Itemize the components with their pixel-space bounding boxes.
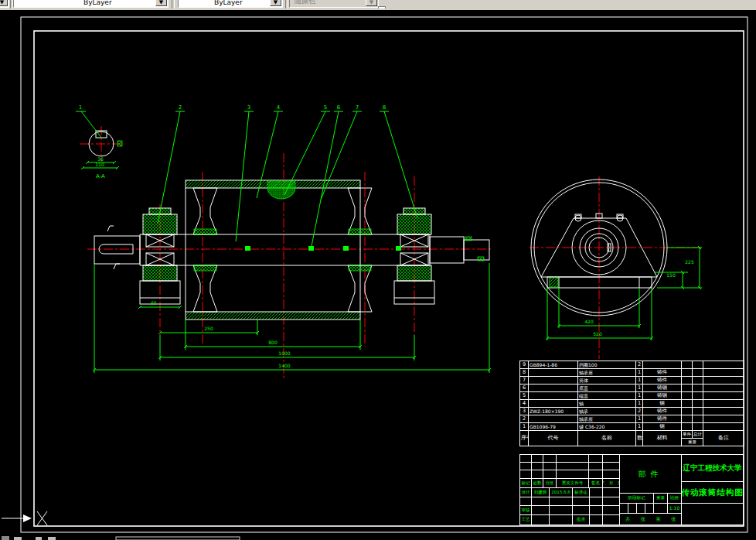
chevron-down-icon[interactable]: ▼ — [155, 0, 167, 6]
bom-header-total: 总计 — [693, 431, 703, 439]
bom-cell: 1 — [636, 400, 643, 408]
bom-cell: 挡圈100 — [578, 361, 636, 369]
bom-cell: 钢 — [643, 400, 682, 408]
detail-view: 36 110 A-A 1 — [76, 104, 124, 179]
bom-cell — [703, 384, 744, 392]
bom-cell: ZWZ-180×190 — [529, 408, 578, 415]
tb-sheets-total: 共 — [625, 517, 630, 521]
bom-cell: 1 — [636, 384, 643, 392]
bom-cell — [693, 408, 703, 415]
bom-cell — [643, 361, 682, 369]
detail-dim-outer: 110 — [95, 162, 104, 167]
bom-cell: 轴承座 — [578, 415, 636, 423]
lineweight-combo[interactable]: ByLayer ▼ — [178, 0, 283, 8]
tb-part-type: 部件 — [619, 454, 682, 494]
dim-base-height: 150 — [666, 272, 676, 278]
bom-cell — [693, 384, 703, 392]
bom-cell — [703, 369, 744, 377]
tb-cell — [602, 514, 620, 525]
tb-label-weight: 重量 — [653, 493, 668, 504]
side-view: 420 520 225 150 — [530, 176, 702, 359]
bom-header-name: 名称 — [578, 431, 636, 446]
bom-cell: 钢 — [643, 423, 682, 431]
toolbar-separator — [172, 0, 175, 9]
chevron-down-icon[interactable]: ▼ — [270, 0, 281, 6]
dim-bearing: 65 — [151, 300, 157, 306]
bom-header-unit: 单件 — [682, 431, 693, 439]
bom-cell — [703, 423, 744, 431]
tb-sheet-no: 第 — [656, 517, 660, 521]
tb-sheets: 共 张 第 张 — [619, 513, 682, 525]
bom-cell — [529, 400, 578, 408]
tb-label-process: 工艺 — [519, 514, 532, 525]
bom-cell: 2 — [636, 361, 643, 369]
dim-hub: 250 — [204, 326, 213, 331]
main-view: 2 3 4 5 6 7 8 65 250 — [87, 104, 491, 379]
bom-cell: GB1096-79 — [529, 423, 578, 431]
bom-cell — [529, 415, 578, 423]
bom-row: 5端盖1铸钢 — [520, 392, 744, 400]
balloon-1: 1 — [79, 104, 82, 111]
bom-cell — [703, 415, 744, 423]
bom-cell — [693, 400, 703, 408]
bom-cell — [529, 392, 578, 400]
ucs-icon — [2, 511, 47, 525]
dim-bolt-span: 420 — [584, 319, 594, 324]
bom-cell: 2 — [636, 408, 643, 415]
bom-cell: 轴 — [578, 400, 636, 408]
bom-cell: 轴承座 — [578, 369, 636, 377]
bom-cell — [693, 423, 703, 431]
bom-cell — [682, 423, 693, 431]
tb-label-scale: 比例 — [667, 493, 682, 504]
bom-cell: 铸件 — [643, 377, 682, 384]
bom-cell: 铸钢 — [643, 384, 682, 392]
bom-cell — [529, 384, 578, 392]
bom-row: 6底盖1铸钢 — [520, 384, 744, 392]
bom-row: 1GB1096-79键 C36-2201钢 — [520, 423, 744, 431]
tb-cell — [681, 503, 744, 525]
tb-cell — [531, 514, 550, 525]
tb-sheet-b: 张 — [671, 517, 676, 521]
dim-height: 225 — [685, 259, 694, 265]
tb-sheet-a: 张 — [641, 517, 645, 521]
bom-cell — [693, 369, 703, 377]
bom-cell — [682, 369, 693, 377]
bom-cell: 9 — [520, 361, 529, 369]
linetype-combo[interactable]: ByLayer ▼ — [13, 0, 169, 8]
chevron-down-icon[interactable]: ▼ — [0, 0, 8, 6]
detail-label: A-A — [96, 173, 105, 179]
bom-cell: 6 — [520, 384, 529, 392]
statusbar-fragment — [2, 536, 240, 540]
bom-cell: 铸钢 — [643, 392, 682, 400]
bom-rows: 9GB894-1-86挡圈10028轴承座1铸件7筒体1铸件6底盖1铸钢5端盖1… — [520, 361, 744, 431]
bom-header-no: 序号 — [520, 431, 529, 446]
balloon: 3 — [247, 104, 250, 111]
bom-cell — [529, 377, 578, 384]
bom-cell: 4 — [520, 400, 529, 408]
bom-cell: 端盖 — [578, 392, 636, 400]
bom-cell: 7 — [520, 377, 529, 384]
bom-row: 7筒体1铸件 — [520, 377, 744, 384]
toolbar-separator — [285, 0, 288, 9]
toolbar: ▼ ByLayer ▼ ByLayer ▼ 随颜色 ▼ — [0, 0, 756, 9]
bom-header-code: 代号 — [529, 431, 578, 446]
bom-cell: 2 — [520, 415, 529, 423]
bom-cell — [693, 415, 703, 423]
color-control-fragment[interactable]: ▼ — [0, 0, 9, 8]
bom-row: 9GB894-1-86挡圈1002 — [520, 361, 744, 369]
bom-cell — [703, 392, 744, 400]
tb-label-approve: 批准 — [572, 514, 590, 525]
bom-cell: 1 — [636, 423, 643, 431]
bom-header-qty: 数量 — [636, 431, 643, 446]
tb-drawing-title: 传动滚筒结构图 — [681, 481, 744, 504]
bom-cell — [693, 392, 703, 400]
bom-row: 8轴承座1铸件 — [520, 369, 744, 377]
bom-cell: 铸件 — [643, 408, 682, 415]
bom-cell: 1 — [636, 392, 643, 400]
side-dimensions: 420 520 225 150 — [547, 248, 702, 340]
bom-cell — [682, 392, 693, 400]
dim-shell: 800 — [268, 340, 278, 345]
bom-cell: 1 — [520, 423, 529, 431]
bom-cell: 筒体 — [578, 377, 636, 384]
bom-cell: 1 — [636, 415, 643, 423]
